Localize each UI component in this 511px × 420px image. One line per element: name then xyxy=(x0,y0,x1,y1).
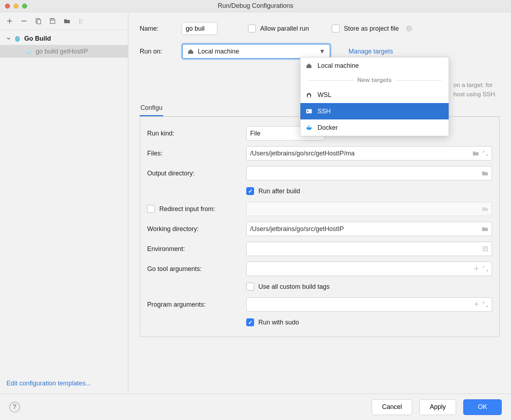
runon-label: Run on: xyxy=(140,48,175,55)
svg-rect-2 xyxy=(51,19,53,20)
svg-point-6 xyxy=(15,36,20,42)
dd-local-machine[interactable]: Local machine xyxy=(300,57,449,74)
row-run-after-build[interactable]: Run after build xyxy=(246,183,492,199)
tree-group-go-build[interactable]: Go Build xyxy=(0,32,128,45)
workdir-value: /Users/jetbrains/go/src/getHostIP xyxy=(250,225,344,233)
dialog-window: Run/Debug Configurations + az Go Build xyxy=(0,0,511,420)
minimize-icon[interactable] xyxy=(14,4,19,9)
dd-ssh[interactable]: SSH xyxy=(300,103,449,119)
browse-folder-icon xyxy=(482,206,488,212)
config-panel: Run kind: File ▾ Files: /Users/jetbrains… xyxy=(140,117,500,337)
progargs-input[interactable] xyxy=(246,297,492,312)
svg-text:z: z xyxy=(81,21,83,24)
dd-wsl[interactable]: WSL xyxy=(300,87,449,103)
list-icon[interactable] xyxy=(482,246,488,252)
manage-targets-link[interactable]: Manage targets xyxy=(349,48,393,55)
redirect-checkbox[interactable] xyxy=(147,205,155,213)
svg-point-12 xyxy=(27,50,29,51)
maximize-icon[interactable] xyxy=(22,4,27,9)
store-project-label: Store as project file xyxy=(344,25,399,32)
workdir-label: Working directory: xyxy=(147,225,240,233)
cancel-button[interactable]: Cancel xyxy=(372,399,412,415)
sort-icon[interactable]: az xyxy=(78,18,85,24)
files-label: Files: xyxy=(147,150,240,157)
use-tags-checkbox[interactable] xyxy=(246,283,254,291)
use-tags-label: Use all custom build tags xyxy=(258,283,330,291)
dd-item-label: Local machine xyxy=(318,62,359,70)
close-icon[interactable] xyxy=(5,4,10,9)
row-redirect: Redirect input from: xyxy=(147,199,492,219)
run-sudo-checkbox[interactable] xyxy=(246,318,254,326)
apply-button[interactable]: Apply xyxy=(419,399,456,415)
workdir-input[interactable]: /Users/jetbrains/go/src/getHostIP xyxy=(246,222,492,236)
dd-item-label: WSL xyxy=(318,91,331,99)
run-after-build-checkbox[interactable] xyxy=(246,187,254,195)
name-label: Name: xyxy=(140,25,175,32)
runon-selected: Local machine xyxy=(198,48,239,55)
store-project-group[interactable]: Store as project file xyxy=(332,25,399,32)
dialog-buttons: ? Cancel Apply OK xyxy=(0,394,511,420)
folder-icon[interactable]: + xyxy=(63,18,71,24)
expand-icon[interactable] xyxy=(482,150,488,156)
row-use-tags[interactable]: Use all custom build tags xyxy=(246,279,492,294)
svg-text:+: + xyxy=(68,21,70,24)
tree-item-label: go build getHostIP xyxy=(36,48,88,55)
penguin-icon xyxy=(305,91,313,98)
gear-icon[interactable] xyxy=(405,25,413,32)
run-sudo-label: Run with sudo xyxy=(258,319,299,326)
add-icon[interactable] xyxy=(474,266,479,272)
browse-folder-icon[interactable] xyxy=(473,150,479,156)
house-icon xyxy=(305,62,313,69)
row-env: Environment: xyxy=(147,239,492,259)
name-input[interactable] xyxy=(182,22,217,35)
gotool-input[interactable] xyxy=(246,262,492,276)
run-kind-label: Run kind: xyxy=(147,130,240,137)
docker-icon xyxy=(305,124,313,131)
save-icon[interactable] xyxy=(49,18,56,24)
runon-dropdown: Local machine New targets WSL SSH Docker xyxy=(300,57,449,136)
svg-point-9 xyxy=(16,37,17,38)
house-icon xyxy=(187,48,194,55)
remove-icon[interactable] xyxy=(21,18,27,24)
svg-point-17 xyxy=(308,94,309,94)
ok-button[interactable]: OK xyxy=(463,399,502,415)
edit-templates-link[interactable]: Edit configuration templates... xyxy=(6,380,91,387)
row-outdir: Output directory: xyxy=(147,163,492,183)
outdir-input[interactable] xyxy=(246,166,492,180)
content-area: + az Go Build go build getHostIP Edit co… xyxy=(0,12,511,394)
window-controls xyxy=(0,4,27,9)
files-input[interactable]: /Users/jetbrains/go/src/getHostIP/ma xyxy=(246,146,492,160)
sidebar-footer: Edit configuration templates... xyxy=(0,373,128,394)
svg-point-10 xyxy=(18,37,19,38)
expand-icon[interactable] xyxy=(482,302,488,307)
add-icon[interactable] xyxy=(474,302,479,307)
svg-point-14 xyxy=(408,27,411,30)
allow-parallel-label: Allow parallel run xyxy=(260,25,309,32)
sidebar-toolbar: + az xyxy=(0,12,128,30)
help-icon[interactable]: ? xyxy=(9,402,20,413)
svg-rect-21 xyxy=(308,127,309,128)
env-input[interactable] xyxy=(246,242,492,256)
browse-folder-icon[interactable] xyxy=(482,226,488,232)
gotool-label: Go tool arguments: xyxy=(147,265,240,273)
caret-down-icon: ▼ xyxy=(319,48,325,55)
row-run-sudo[interactable]: Run with sudo xyxy=(246,314,492,330)
config-tree: Go Build go build getHostIP xyxy=(0,30,128,373)
browse-folder-icon[interactable] xyxy=(482,170,488,176)
sidebar: + az Go Build go build getHostIP Edit co… xyxy=(0,12,128,394)
dd-separator: New targets xyxy=(300,74,449,87)
main-area: Name: Allow parallel run Store as projec… xyxy=(128,12,511,394)
store-project-checkbox[interactable] xyxy=(332,25,340,32)
copy-icon[interactable] xyxy=(35,18,41,24)
svg-rect-1 xyxy=(37,20,41,24)
allow-parallel-checkbox[interactable] xyxy=(248,25,256,32)
svg-point-16 xyxy=(308,94,310,98)
dd-docker[interactable]: Docker xyxy=(300,119,449,136)
tree-item-go-build-gethostip[interactable]: go build getHostIP xyxy=(0,45,128,58)
add-icon[interactable] xyxy=(6,18,13,24)
tab-configuration[interactable]: Configu xyxy=(140,101,163,116)
svg-rect-22 xyxy=(308,126,309,127)
allow-parallel-group[interactable]: Allow parallel run xyxy=(248,25,309,32)
expand-icon[interactable] xyxy=(482,266,488,272)
row-progargs: Program arguments: xyxy=(147,294,492,314)
